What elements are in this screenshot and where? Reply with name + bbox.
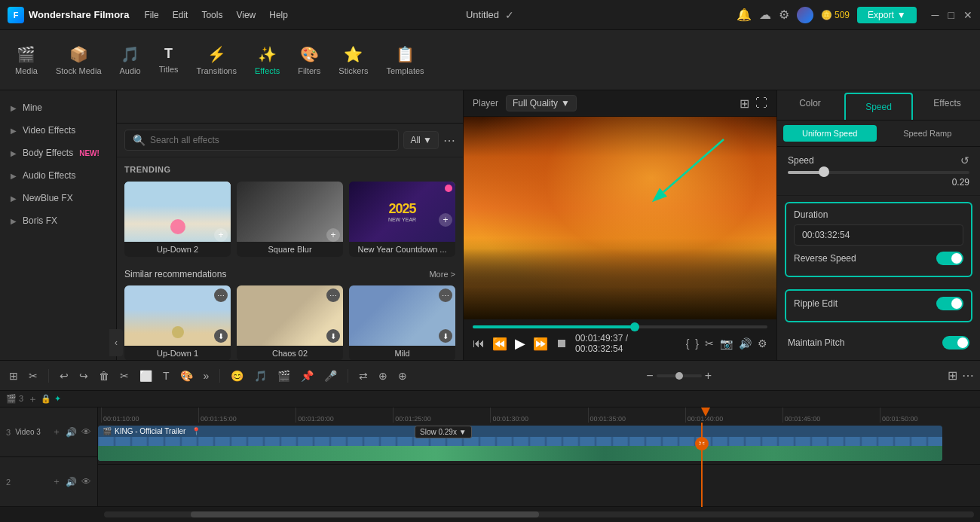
effect-card-squareblur[interactable]: + Square Blur bbox=[237, 182, 343, 257]
tool-transitions[interactable]: ⚡ Transitions bbox=[189, 41, 244, 80]
sidebar-item-body-effects[interactable]: ▶ Body Effects NEW! bbox=[0, 142, 116, 164]
add-media-icon[interactable]: ＋ bbox=[52, 475, 61, 488]
add-effect-icon[interactable]: + bbox=[439, 213, 452, 227]
sidebar-item-newblue[interactable]: ▶ NewBlue FX bbox=[0, 187, 116, 209]
add-track-icon[interactable]: ＋ bbox=[28, 392, 38, 406]
multi-select-icon[interactable]: ⊞ bbox=[6, 367, 21, 385]
tab-speed[interactable]: Speed bbox=[844, 93, 913, 120]
filter-dropdown[interactable]: All ▼ bbox=[403, 131, 439, 149]
tool-effects[interactable]: ✨ Effects bbox=[247, 41, 287, 80]
notification-icon[interactable]: 🔔 bbox=[737, 8, 752, 22]
emoji-icon[interactable]: 😊 bbox=[228, 367, 247, 385]
maintain-pitch-toggle[interactable] bbox=[942, 336, 969, 350]
text-icon[interactable]: T bbox=[160, 367, 173, 385]
clip-icon[interactable]: ✂ bbox=[705, 337, 714, 350]
zoom-slider[interactable] bbox=[657, 374, 702, 377]
tab-color[interactable]: Color bbox=[777, 90, 843, 120]
mark-in-icon[interactable]: { bbox=[686, 337, 690, 350]
menu-edit[interactable]: Edit bbox=[173, 10, 188, 20]
effect-card-newyear[interactable]: 2025 NEW YEAR + New Year Countdown ... bbox=[349, 182, 455, 257]
color-grade-icon[interactable]: 🎨 bbox=[177, 367, 196, 385]
eye-icon[interactable]: 👁 bbox=[81, 426, 91, 438]
subtab-speed-ramp[interactable]: Speed Ramp bbox=[881, 125, 975, 142]
tool-audio[interactable]: 🎵 Audio bbox=[112, 41, 149, 80]
menu-view[interactable]: View bbox=[236, 10, 256, 20]
split-icon[interactable]: ⇄ bbox=[356, 367, 371, 385]
maximize-button[interactable]: □ bbox=[948, 9, 954, 21]
sidebar-collapse-btn[interactable]: ‹ bbox=[109, 329, 123, 356]
audio-mute-icon[interactable]: 🔊 bbox=[66, 477, 77, 487]
effect-card-updown2[interactable]: + Up-Down 2 bbox=[124, 182, 231, 257]
add-effect-icon[interactable]: + bbox=[326, 228, 340, 242]
mic-icon[interactable]: 🎤 bbox=[321, 367, 340, 385]
grid-view-icon[interactable]: ⊞ bbox=[740, 96, 749, 111]
ripple-edit-toggle[interactable] bbox=[936, 297, 963, 310]
lock-icon[interactable]: 🔒 bbox=[41, 394, 51, 404]
speed-slider[interactable]: 0.29 bbox=[788, 171, 969, 188]
add-media-icon[interactable]: ＋ bbox=[52, 426, 61, 438]
audio-icon[interactable]: 🔊 bbox=[739, 337, 752, 350]
tab-effects[interactable]: Effects bbox=[914, 90, 980, 120]
tool-titles[interactable]: T Titles bbox=[152, 41, 186, 78]
effect-card-chaos[interactable]: ⋯ ⬇ Chaos 02 bbox=[237, 285, 343, 360]
horizontal-scrollbar[interactable] bbox=[104, 511, 974, 517]
tool-stickers[interactable]: ⭐ Stickers bbox=[331, 41, 375, 80]
eye-icon[interactable]: 👁 bbox=[81, 476, 91, 487]
delete-icon[interactable]: 🗑 bbox=[96, 367, 112, 385]
cloud-icon[interactable]: ☁ bbox=[759, 8, 771, 22]
effect-card-mild[interactable]: ⋯ ⬇ Mild bbox=[349, 285, 455, 360]
reverse-speed-toggle[interactable] bbox=[936, 252, 963, 265]
step-back-icon[interactable]: ⏪ bbox=[492, 337, 507, 351]
scrollbar-thumb[interactable] bbox=[191, 511, 539, 517]
duration-value[interactable]: 00:03:32:54 bbox=[794, 224, 963, 246]
menu-file[interactable]: File bbox=[144, 10, 158, 20]
camera-icon[interactable]: 📷 bbox=[720, 337, 733, 350]
menu-help[interactable]: Help bbox=[269, 10, 288, 20]
redo-icon[interactable]: ↪ bbox=[76, 367, 91, 385]
settings2-icon[interactable]: ⚙ bbox=[758, 337, 767, 350]
minimize-button[interactable]: ─ bbox=[932, 9, 939, 21]
magic-wand-icon[interactable]: ✦ bbox=[54, 394, 61, 404]
add-effect-icon[interactable]: + bbox=[214, 228, 228, 242]
tool-templates[interactable]: 📋 Templates bbox=[378, 41, 431, 80]
mark-out-icon[interactable]: } bbox=[695, 337, 699, 350]
progress-thumb[interactable] bbox=[630, 322, 639, 331]
merge-icon[interactable]: ⊕ bbox=[375, 367, 390, 385]
sidebar-item-video-effects[interactable]: ▶ Video Effects bbox=[0, 119, 116, 142]
pin-icon[interactable]: 📌 bbox=[298, 367, 317, 385]
skip-back-icon[interactable]: ⏮ bbox=[473, 337, 485, 350]
audio2-icon[interactable]: 🎵 bbox=[251, 367, 270, 385]
tool-media[interactable]: 🎬 Media bbox=[8, 41, 45, 80]
more-tools-icon[interactable]: » bbox=[201, 367, 213, 385]
effect-card-updown1[interactable]: ⋯ ⬇ Up-Down 1 bbox=[124, 285, 231, 360]
stop-icon[interactable]: ⏹ bbox=[556, 337, 568, 350]
video-clip[interactable]: 🎬 KING - Official Trailer 📍 bbox=[98, 426, 942, 461]
zoom-in-icon[interactable]: ⊕ bbox=[395, 367, 410, 385]
menu-tools[interactable]: Tools bbox=[201, 10, 222, 20]
settings-icon[interactable]: ⚙ bbox=[779, 8, 789, 22]
close-button[interactable]: ✕ bbox=[963, 9, 972, 21]
zoom-in-icon[interactable]: + bbox=[705, 369, 712, 383]
export-button[interactable]: Export ▼ bbox=[857, 7, 917, 23]
tool-stock[interactable]: 📦 Stock Media bbox=[48, 41, 109, 80]
sidebar-item-borisfx[interactable]: ▶ Boris FX bbox=[0, 209, 116, 232]
crop-icon[interactable]: ⬜ bbox=[136, 367, 155, 385]
more-icon[interactable]: ⋯ bbox=[962, 368, 974, 383]
cut-icon[interactable]: ✂ bbox=[117, 367, 132, 385]
search-input[interactable] bbox=[150, 135, 390, 145]
undo-icon[interactable]: ↩ bbox=[57, 367, 72, 385]
zoom-out-icon[interactable]: − bbox=[646, 369, 653, 383]
more-options-icon[interactable]: ⋯ bbox=[443, 133, 455, 148]
subtab-uniform-speed[interactable]: Uniform Speed bbox=[783, 125, 877, 142]
blade-icon[interactable]: ✂ bbox=[26, 367, 41, 385]
fullscreen-icon[interactable]: ⛶ bbox=[755, 96, 767, 111]
sidebar-item-mine[interactable]: ▶ Mine bbox=[0, 96, 116, 119]
sidebar-item-audio-effects[interactable]: ▶ Audio Effects bbox=[0, 164, 116, 187]
audio-mute-icon[interactable]: 🔊 bbox=[66, 427, 77, 438]
tool-filters[interactable]: 🎨 Filters bbox=[290, 41, 328, 80]
reset-speed-icon[interactable]: ↺ bbox=[960, 154, 969, 166]
grid-icon[interactable]: ⊞ bbox=[948, 368, 957, 383]
quality-dropdown[interactable]: Full Quality ▼ bbox=[506, 95, 577, 111]
step-forward-icon[interactable]: ⏩ bbox=[533, 337, 548, 351]
play-button[interactable]: ▶ bbox=[515, 335, 525, 352]
